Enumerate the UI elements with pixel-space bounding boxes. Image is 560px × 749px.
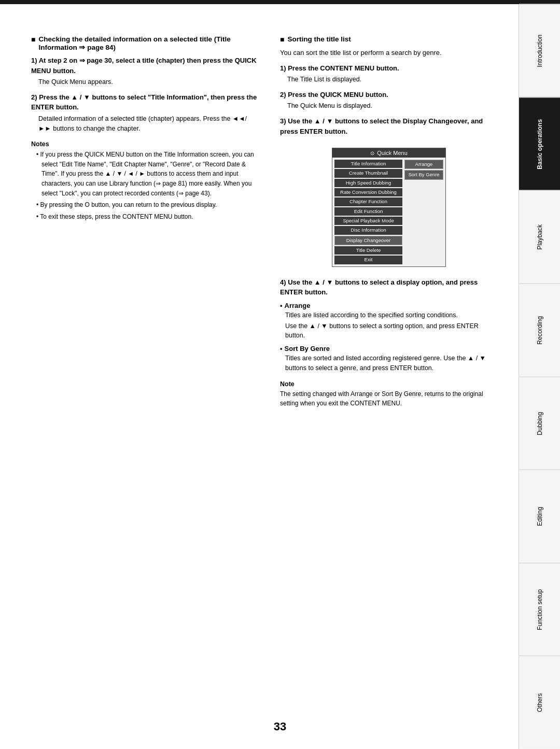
bullet-arrange-label: Arrange — [280, 302, 498, 309]
quick-menu-diagram: ⊙ Quick Menu Title Information Create Th… — [332, 148, 446, 267]
note-1: • If you press the QUICK MENU button on … — [36, 150, 259, 198]
qm-item-title-delete: Title Delete — [334, 246, 402, 255]
bullet-sort-label: Sort By Genre — [280, 345, 498, 352]
quick-menu-diagram-wrapper: ⊙ Quick Menu Title Information Create Th… — [280, 142, 498, 273]
step1-right: 1) Press the CONTENT MENU button. The Ti… — [280, 63, 498, 84]
top-bar — [0, 0, 560, 4]
bullet-arrange: Arrange Titles are listed according to t… — [280, 302, 498, 341]
right-intro: You can sort the title list or perform a… — [280, 48, 498, 58]
qm-item-create-thumb: Create Thumbnail — [334, 169, 402, 177]
qm-item-exit: Exit — [334, 256, 402, 264]
qm-item-sort-genre: Sort By Genre — [404, 170, 443, 179]
qm-item-high-speed: High Speed Dubbing — [334, 179, 402, 187]
notes-title: Notes — [31, 140, 259, 148]
right-note-section: Note The setting changed with Arrange or… — [280, 380, 498, 408]
step2-right-label: 2) Press the QUICK MENU button. — [280, 90, 498, 100]
qm-body: Title Information Create Thumbnail High … — [332, 158, 445, 266]
qm-item-special: Special Playback Mode — [334, 217, 402, 225]
right-section-title: Sorting the title list — [280, 35, 498, 44]
step2-right-sub: The Quick Menu is displayed. — [287, 101, 498, 111]
step1-left: 1) At step 2 on ⇒ page 30, select a titl… — [31, 55, 259, 87]
right-note-title: Note — [280, 380, 498, 388]
qm-item-arrange: Arrange — [404, 160, 443, 169]
qm-item-chapter: Chapter Function — [334, 197, 402, 206]
qm-icon: ⊙ — [370, 150, 374, 156]
sidebar-tab-others[interactable]: Others — [519, 656, 560, 749]
step2-left: 2) Press the ▲ / ▼ buttons to select "Ti… — [31, 92, 259, 134]
right-column: Sorting the title list You can sort the … — [280, 35, 498, 408]
bullet-arrange-text: Titles are listed according to the speci… — [285, 310, 498, 320]
sidebar-tab-recording[interactable]: Recording — [519, 284, 560, 377]
step3-right-label: 3) Use the ▲ / ▼ buttons to select the D… — [280, 116, 498, 136]
qm-header-label: Quick Menu — [377, 150, 408, 156]
step1-right-sub: The Title List is displayed. — [287, 75, 498, 84]
qm-item-title-info: Title Information — [334, 160, 402, 168]
qm-item-edit: Edit Function — [334, 207, 402, 216]
sidebar-tab-introduction[interactable]: Introduction — [519, 4, 560, 97]
step3-right: 3) Use the ▲ / ▼ buttons to select the D… — [280, 116, 498, 136]
bullet-sort-text: Titles are sorted and listed according r… — [285, 354, 498, 373]
bullet-sort-genre: Sort By Genre Titles are sorted and list… — [280, 345, 498, 373]
step2-left-label: 2) Press the ▲ / ▼ buttons to select "Ti… — [31, 92, 259, 112]
step2-right: 2) Press the QUICK MENU button. The Quic… — [280, 90, 498, 111]
step4-right-label: 4) Use the ▲ / ▼ buttons to select a dis… — [280, 277, 498, 298]
step1-left-label: 1) At step 2 on ⇒ page 30, select a titl… — [31, 55, 259, 76]
qm-item-rate-conv: Rate Conversion Dubbing — [334, 188, 402, 196]
qm-header: ⊙ Quick Menu — [332, 148, 445, 158]
qm-item-disc: Disc Information — [334, 226, 402, 234]
note-2: • By pressing the O button, you can retu… — [36, 200, 259, 210]
qm-left-items: Title Information Create Thumbnail High … — [334, 160, 402, 264]
step2-left-sub: Detailed information of a selected title… — [38, 114, 259, 134]
main-content: Checking the detailed information on a s… — [0, 4, 519, 749]
sidebar: Introduction Basic operations Playback R… — [519, 4, 560, 749]
right-note-text: The setting changed with Arrange or Sort… — [280, 389, 498, 408]
sidebar-tab-playback[interactable]: Playback — [519, 190, 560, 284]
sidebar-tab-editing[interactable]: Editing — [519, 470, 560, 563]
sidebar-tab-function-setup[interactable]: Function setup — [519, 563, 560, 656]
step1-left-sub: The Quick Menu appears. — [38, 77, 259, 87]
step1-right-label: 1) Press the CONTENT MENU button. — [280, 63, 498, 74]
sidebar-tab-dubbing[interactable]: Dubbing — [519, 377, 560, 470]
qm-right-items: Arrange Sort By Genre — [404, 160, 443, 264]
qm-item-display: Display Changeover — [334, 236, 402, 245]
left-column: Checking the detailed information on a s… — [31, 35, 259, 408]
notes-section: Notes • If you press the QUICK MENU butt… — [31, 140, 259, 221]
page-number: 33 — [274, 720, 286, 733]
left-section-title: Checking the detailed information on a s… — [31, 35, 259, 51]
bullet-arrange-sub: Use the ▲ / ▼ buttons to select a sortin… — [285, 321, 498, 341]
note-3: • To exit these steps, press the CONTENT… — [36, 212, 259, 222]
sidebar-tab-basic-operations[interactable]: Basic operations — [519, 97, 560, 191]
step4-right: 4) Use the ▲ / ▼ buttons to select a dis… — [280, 277, 498, 373]
